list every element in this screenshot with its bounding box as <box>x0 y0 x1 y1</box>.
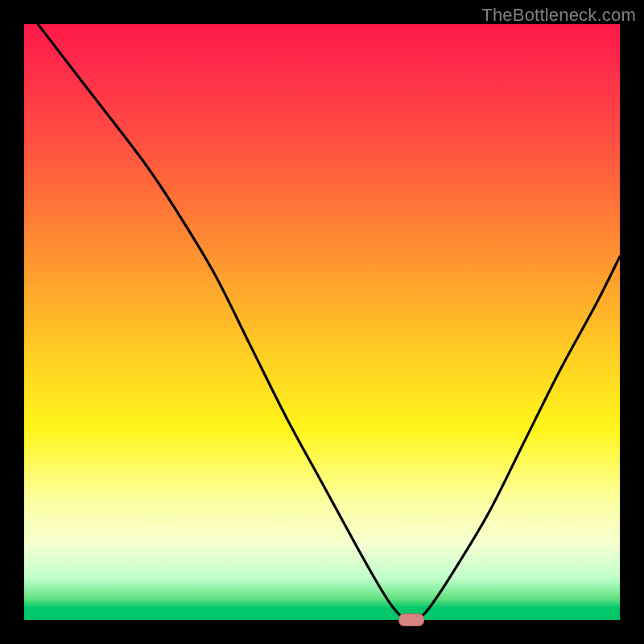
optimal-marker <box>398 613 424 626</box>
bottleneck-curve-path <box>24 6 620 621</box>
curve-svg <box>24 24 620 620</box>
chart-frame: TheBottleneck.com <box>0 0 644 644</box>
attribution-text: TheBottleneck.com <box>481 5 636 26</box>
plot-area <box>24 24 620 620</box>
